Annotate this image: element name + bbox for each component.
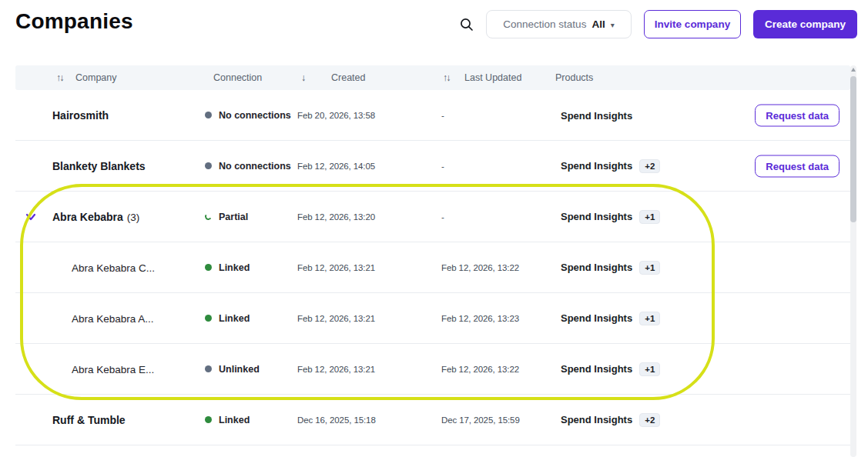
product-label: Spend Insights: [561, 414, 632, 425]
sort-created-desc-icon[interactable]: ↓: [301, 72, 306, 83]
company-child-count: (3): [127, 212, 140, 223]
caret-down-icon: ▾: [611, 21, 615, 29]
created-date: Feb 12, 2026, 13:21: [297, 314, 375, 323]
product-label: Spend Insights: [561, 363, 632, 375]
expand-chevron-icon[interactable]: [25, 210, 36, 224]
product-badge[interactable]: +1: [639, 261, 660, 275]
created-date: Feb 12, 2026, 13:21: [297, 263, 375, 272]
created-date: Feb 12, 2026, 13:20: [297, 212, 375, 222]
filter-label: Connection status: [503, 18, 586, 30]
table-row[interactable]: Abra Kebabra E... Unlinked Feb 12, 2026,…: [15, 344, 850, 395]
product-label: Spend Insights: [561, 211, 632, 222]
connection-status-label: Linked: [219, 262, 250, 273]
column-header-created[interactable]: Created: [331, 72, 365, 83]
created-date: Dec 16, 2025, 15:18: [297, 415, 376, 425]
sort-company-icon[interactable]: ↑↓: [56, 72, 63, 83]
scrollbar-thumb[interactable]: [850, 76, 856, 222]
connection-status-icon: [205, 264, 212, 271]
table-row[interactable]: Abra Kebabra A... Linked Feb 12, 2026, 1…: [15, 293, 850, 344]
search-icon: [459, 17, 474, 32]
company-name[interactable]: Abra Kebabra E...: [72, 363, 154, 375]
last-updated-date: -: [441, 162, 444, 171]
table-row[interactable]: Hairosmith No connections Feb 20, 2026, …: [15, 90, 850, 141]
table-body: Hairosmith No connections Feb 20, 2026, …: [15, 90, 850, 445]
table-header: ↑↓ Company Connection ↓ Created ↑↓ Last …: [15, 65, 850, 90]
companies-table: ↑↓ Company Connection ↓ Created ↑↓ Last …: [15, 65, 850, 445]
product-label: Spend Insights: [561, 160, 632, 172]
last-updated-date: Feb 12, 2026, 13:22: [441, 365, 519, 374]
last-updated-date: Feb 12, 2026, 13:23: [441, 314, 519, 323]
last-updated-date: Feb 12, 2026, 13:22: [441, 263, 519, 272]
create-company-button[interactable]: Create company: [753, 10, 857, 38]
request-data-button[interactable]: Request data: [755, 155, 840, 177]
company-name[interactable]: Blankety Blankets: [52, 160, 146, 172]
last-updated-date: -: [441, 212, 444, 222]
connection-status-label: Partial: [219, 212, 248, 222]
table-row[interactable]: Blankety Blankets No connections Feb 12,…: [15, 141, 850, 192]
column-header-connection: Connection: [213, 72, 262, 83]
scrollbar[interactable]: [850, 65, 856, 457]
product-badge[interactable]: +2: [639, 159, 660, 173]
product-label: Spend Insights: [561, 312, 632, 324]
product-badge[interactable]: +1: [639, 312, 660, 325]
column-header-last-updated[interactable]: Last Updated: [464, 72, 521, 83]
connection-status-icon: [205, 365, 212, 372]
product-label: Spend Insights: [561, 109, 632, 121]
connection-status-icon: [205, 315, 212, 322]
created-date: Feb 12, 2026, 14:05: [297, 162, 375, 171]
scroll-up-icon[interactable]: [851, 68, 856, 72]
last-updated-date: -: [441, 111, 444, 120]
created-date: Feb 20, 2026, 13:58: [297, 111, 375, 120]
connection-status-icon: [205, 162, 212, 169]
product-badge[interactable]: +1: [639, 362, 660, 376]
table-row[interactable]: Abra Kebabra C... Linked Feb 12, 2026, 1…: [15, 242, 850, 293]
company-name[interactable]: Abra Kebabra: [52, 211, 123, 223]
connection-status-label: Linked: [219, 415, 250, 425]
company-name[interactable]: Hairosmith: [52, 109, 109, 122]
company-name[interactable]: Abra Kebabra C...: [72, 262, 155, 273]
connection-status-filter[interactable]: Connection status All ▾: [486, 10, 632, 38]
connection-status-icon: [205, 112, 212, 118]
company-name[interactable]: Abra Kebabra A...: [72, 312, 154, 324]
connection-status-label: Linked: [219, 313, 250, 324]
connection-status-icon: [204, 212, 212, 220]
table-row[interactable]: Abra Kebabra (3) Partial Feb 12, 2026, 1…: [15, 192, 850, 242]
request-data-button[interactable]: Request data: [755, 104, 840, 126]
created-date: Feb 12, 2026, 13:21: [297, 365, 375, 374]
company-name[interactable]: Ruff & Tumble: [52, 414, 126, 426]
product-badge[interactable]: +2: [639, 413, 660, 427]
connection-status-icon: [205, 416, 212, 423]
search-button[interactable]: [459, 17, 476, 34]
connection-status-label: No connections: [219, 110, 291, 121]
product-label: Spend Insights: [561, 262, 632, 273]
filter-value: All: [592, 18, 605, 30]
product-badge[interactable]: +1: [639, 210, 660, 224]
invite-company-button[interactable]: Invite company: [644, 10, 741, 38]
column-header-products: Products: [555, 72, 593, 83]
sort-last-updated-icon[interactable]: ↑↓: [443, 72, 450, 83]
companies-page: Companies Connection status All ▾ Invite…: [0, 0, 868, 457]
last-updated-date: Dec 17, 2025, 15:59: [441, 415, 520, 425]
connection-status-label: Unlinked: [219, 364, 260, 375]
table-row[interactable]: Ruff & Tumble Linked Dec 16, 2025, 15:18…: [15, 395, 850, 445]
page-title: Companies: [15, 9, 133, 34]
connection-status-label: No connections: [219, 161, 291, 172]
column-header-company[interactable]: Company: [75, 72, 117, 83]
